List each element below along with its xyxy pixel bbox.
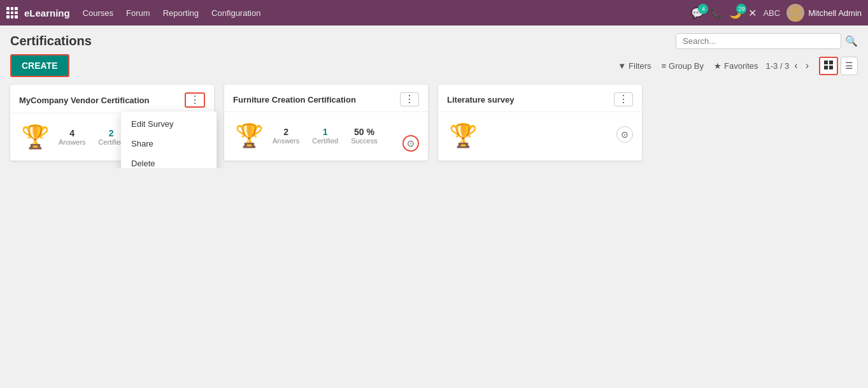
search-icon[interactable]: 🔍 <box>845 35 858 47</box>
user-name: Mitchell Admin <box>808 8 862 18</box>
card-title-mycompany: MyCompany Vendor Certification <box>19 96 185 105</box>
certified-value-1: 2 <box>98 128 124 138</box>
svg-rect-5 <box>829 66 833 69</box>
toolbar-right: ▼ Filters ≡ Group By ★ Favorites 1-3 / 3… <box>618 57 858 75</box>
card-furniture: Furniture Creation Certification ⋮ 🏆 2 A… <box>224 85 428 161</box>
trophy-icon: 🏆 <box>21 124 50 150</box>
card-action-button-literature[interactable]: ⊙ <box>616 126 633 143</box>
card-menu-button-mycompany[interactable]: ⋮ <box>185 92 205 108</box>
toolbar-filters: ▼ Filters ≡ Group By ★ Favorites <box>618 61 758 71</box>
page-header: Certifications 🔍 <box>10 33 858 49</box>
moon-badge: 29 <box>736 4 746 14</box>
card-icon-furniture: 🏆 <box>233 120 265 152</box>
close-icon[interactable]: ✕ <box>748 7 757 19</box>
answers-value-1: 4 <box>59 128 85 138</box>
stat-answers-1: 4 Answers <box>59 128 85 146</box>
trophy-icon-3: 🏆 <box>449 122 478 149</box>
card-literature: Literature survey ⋮ 🏆 ⊙ <box>438 85 642 161</box>
list-view-button[interactable]: ☰ <box>841 57 858 75</box>
prev-page-button[interactable]: ‹ <box>792 59 800 73</box>
toolbar-left: CREATE <box>10 54 69 77</box>
dropdown-share[interactable]: Share <box>121 134 217 154</box>
certified-label-2: Certified <box>312 137 338 145</box>
nav-forum[interactable]: Forum <box>126 8 150 18</box>
star-icon: ★ <box>714 61 722 71</box>
user-menu[interactable]: Mitchell Admin <box>786 4 862 22</box>
card-mycompany: MyCompany Vendor Certification ⋮ 🏆 4 Ans… <box>10 85 214 161</box>
svg-point-1 <box>789 15 802 22</box>
answers-label-1: Answers <box>59 138 85 146</box>
trophy-icon-2: 🏆 <box>235 122 264 149</box>
search-input[interactable] <box>676 33 841 49</box>
card-body-literature: 🏆 ⊙ <box>438 112 642 159</box>
answers-value-2: 2 <box>273 127 299 137</box>
chat-icon[interactable]: 💬 4 <box>691 7 704 19</box>
group-icon: ≡ <box>662 61 667 71</box>
svg-rect-4 <box>824 66 828 69</box>
top-navigation: eLearning Courses Forum Reporting Config… <box>0 0 868 25</box>
topnav-right: 💬 4 📞 🌙 29 ✕ ABC Mitchell Admin <box>691 4 862 22</box>
stat-answers-2: 2 Answers <box>273 127 299 145</box>
card-stats-mycompany: 4 Answers 2 Certified <box>59 128 124 146</box>
card-header-literature: Literature survey ⋮ <box>438 85 642 112</box>
filters-button[interactable]: ▼ Filters <box>618 61 651 71</box>
certified-label-1: Certified <box>98 138 124 146</box>
card-icon-mycompany: 🏆 <box>19 121 51 153</box>
pagination-count: 1-3 / 3 <box>765 61 789 71</box>
nav-links: Courses Forum Reporting Configuration <box>83 8 685 18</box>
app-grid-icon[interactable] <box>6 7 18 18</box>
page-title: Certifications <box>10 34 92 48</box>
card-header-mycompany: MyCompany Vendor Certification ⋮ <box>10 85 214 113</box>
svg-rect-3 <box>829 61 833 64</box>
next-page-button[interactable]: › <box>803 59 811 73</box>
stat-success-2: 50 % Success <box>351 127 378 145</box>
dropdown-edit-survey[interactable]: Edit Survey <box>121 114 217 134</box>
cards-grid: MyCompany Vendor Certification ⋮ 🏆 4 Ans… <box>10 85 858 161</box>
chat-badge: 4 <box>698 4 708 14</box>
nav-configuration[interactable]: Configuration <box>211 8 260 18</box>
create-button[interactable]: CREATE <box>10 54 69 77</box>
certified-value-2: 1 <box>312 127 338 137</box>
svg-point-0 <box>792 6 799 14</box>
pagination: 1-3 / 3 ‹ › <box>765 59 811 73</box>
card-header-furniture: Furniture Creation Certification ⋮ <box>224 85 428 112</box>
answers-label-2: Answers <box>273 137 299 145</box>
success-value-2: 50 % <box>351 127 378 137</box>
phone-icon[interactable]: 📞 <box>710 7 723 19</box>
grid-view-button[interactable] <box>819 57 838 75</box>
card-menu-button-furniture[interactable]: ⋮ <box>400 92 419 106</box>
stat-certified-2: 1 Certified <box>312 127 338 145</box>
card-title-literature: Literature survey <box>447 95 614 104</box>
main-content: Certifications 🔍 CREATE ▼ Filters ≡ Grou… <box>0 25 868 168</box>
success-label-2: Success <box>351 137 378 145</box>
svg-rect-2 <box>824 61 828 64</box>
card-menu-button-literature[interactable]: ⋮ <box>614 92 633 106</box>
toolbar: CREATE ▼ Filters ≡ Group By ★ Favorites … <box>10 54 858 77</box>
card-action-button-furniture[interactable]: ⊙ <box>402 135 419 152</box>
nav-courses[interactable]: Courses <box>83 8 113 18</box>
card-title-furniture: Furniture Creation Certification <box>233 95 400 104</box>
card-stats-furniture: 2 Answers 1 Certified 50 % Success <box>273 127 378 145</box>
dropdown-menu: Edit Survey Share Delete Color <box>121 111 217 168</box>
card-icon-literature: 🏆 <box>447 120 479 152</box>
search-bar: 🔍 <box>676 33 858 49</box>
card-body-furniture: 🏆 2 Answers 1 Certified 50 % Success <box>224 112 428 159</box>
favorites-button[interactable]: ★ Favorites <box>714 61 758 71</box>
view-toggle: ☰ <box>819 57 858 75</box>
abc-label: ABC <box>763 8 780 18</box>
filter-icon: ▼ <box>618 61 626 71</box>
user-avatar <box>786 4 804 22</box>
group-by-button[interactable]: ≡ Group By <box>662 61 704 71</box>
moon-icon[interactable]: 🌙 29 <box>729 7 742 19</box>
nav-reporting[interactable]: Reporting <box>163 8 199 18</box>
dropdown-delete[interactable]: Delete <box>121 154 217 168</box>
app-brand[interactable]: eLearning <box>24 8 70 18</box>
stat-certified-1: 2 Certified <box>98 128 124 146</box>
